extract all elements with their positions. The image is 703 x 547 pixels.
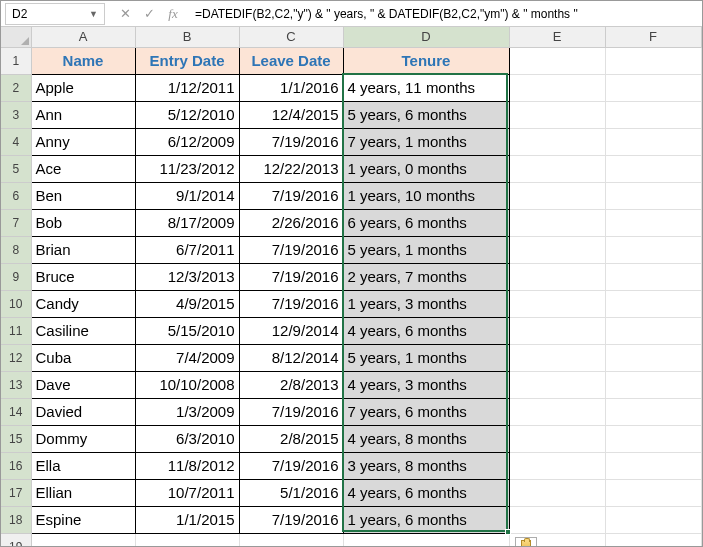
col-head-A[interactable]: A xyxy=(31,27,135,47)
tenure-cell[interactable]: 1 years, 3 months xyxy=(343,290,509,317)
leave-date-cell[interactable]: 1/1/2016 xyxy=(239,74,343,101)
entry-date-cell[interactable]: 11/23/2012 xyxy=(135,155,239,182)
col-head-E[interactable]: E xyxy=(509,27,605,47)
empty-cell[interactable] xyxy=(509,425,605,452)
empty-cell[interactable] xyxy=(509,506,605,533)
entry-date-cell[interactable]: 1/3/2009 xyxy=(135,398,239,425)
empty-cell[interactable] xyxy=(509,317,605,344)
leave-date-cell[interactable]: 7/19/2016 xyxy=(239,128,343,155)
empty-cell[interactable] xyxy=(605,263,701,290)
check-icon[interactable]: ✓ xyxy=(141,6,157,21)
tenure-cell[interactable]: 4 years, 11 months xyxy=(343,74,509,101)
entry-date-cell[interactable]: 9/1/2014 xyxy=(135,182,239,209)
empty-cell[interactable] xyxy=(605,425,701,452)
empty-cell[interactable] xyxy=(509,182,605,209)
entry-date-cell[interactable]: 5/15/2010 xyxy=(135,317,239,344)
tenure-cell[interactable]: 1 years, 6 months xyxy=(343,506,509,533)
empty-cell[interactable] xyxy=(605,236,701,263)
header-cell[interactable]: Entry Date xyxy=(135,47,239,74)
leave-date-cell[interactable]: 5/1/2016 xyxy=(239,479,343,506)
leave-date-cell[interactable]: 7/19/2016 xyxy=(239,506,343,533)
name-cell[interactable]: Espine xyxy=(31,506,135,533)
empty-cell[interactable] xyxy=(509,263,605,290)
name-cell[interactable]: Cuba xyxy=(31,344,135,371)
name-cell[interactable]: Dave xyxy=(31,371,135,398)
tenure-cell[interactable]: 7 years, 1 months xyxy=(343,128,509,155)
empty-cell[interactable] xyxy=(239,533,343,547)
empty-cell[interactable] xyxy=(509,155,605,182)
leave-date-cell[interactable]: 7/19/2016 xyxy=(239,452,343,479)
row-head[interactable]: 17 xyxy=(1,479,31,506)
tenure-cell[interactable]: 5 years, 1 months xyxy=(343,236,509,263)
leave-date-cell[interactable]: 12/9/2014 xyxy=(239,317,343,344)
empty-cell[interactable] xyxy=(605,317,701,344)
row-head[interactable]: 2 xyxy=(1,74,31,101)
header-cell[interactable]: Tenure xyxy=(343,47,509,74)
empty-cell[interactable] xyxy=(605,182,701,209)
row-head[interactable]: 12 xyxy=(1,344,31,371)
tenure-cell[interactable]: 6 years, 6 months xyxy=(343,209,509,236)
row-head[interactable]: 3 xyxy=(1,101,31,128)
empty-cell[interactable] xyxy=(509,290,605,317)
name-box[interactable]: D2 ▼ xyxy=(5,3,105,25)
empty-cell[interactable] xyxy=(509,47,605,74)
entry-date-cell[interactable]: 5/12/2010 xyxy=(135,101,239,128)
name-cell[interactable]: Ben xyxy=(31,182,135,209)
empty-cell[interactable] xyxy=(509,371,605,398)
entry-date-cell[interactable]: 10/7/2011 xyxy=(135,479,239,506)
empty-cell[interactable] xyxy=(605,290,701,317)
row-head[interactable]: 4 xyxy=(1,128,31,155)
empty-cell[interactable] xyxy=(509,101,605,128)
leave-date-cell[interactable]: 7/19/2016 xyxy=(239,290,343,317)
leave-date-cell[interactable]: 7/19/2016 xyxy=(239,236,343,263)
tenure-cell[interactable]: 5 years, 1 months xyxy=(343,344,509,371)
row-head[interactable]: 14 xyxy=(1,398,31,425)
tenure-cell[interactable]: 4 years, 6 months xyxy=(343,479,509,506)
empty-cell[interactable] xyxy=(509,209,605,236)
cancel-icon[interactable]: ✕ xyxy=(117,6,133,21)
leave-date-cell[interactable]: 2/8/2013 xyxy=(239,371,343,398)
name-cell[interactable]: Dommy xyxy=(31,425,135,452)
empty-cell[interactable] xyxy=(509,128,605,155)
name-cell[interactable]: Brian xyxy=(31,236,135,263)
leave-date-cell[interactable]: 12/4/2015 xyxy=(239,101,343,128)
leave-date-cell[interactable]: 12/22/2013 xyxy=(239,155,343,182)
name-cell[interactable]: Davied xyxy=(31,398,135,425)
name-cell[interactable]: Ellian xyxy=(31,479,135,506)
empty-cell[interactable] xyxy=(605,506,701,533)
row-head[interactable]: 9 xyxy=(1,263,31,290)
leave-date-cell[interactable]: 7/19/2016 xyxy=(239,398,343,425)
tenure-cell[interactable]: 1 years, 10 months xyxy=(343,182,509,209)
row-head[interactable]: 18 xyxy=(1,506,31,533)
entry-date-cell[interactable]: 7/4/2009 xyxy=(135,344,239,371)
empty-cell[interactable] xyxy=(605,479,701,506)
entry-date-cell[interactable]: 1/1/2015 xyxy=(135,506,239,533)
select-all-corner[interactable] xyxy=(1,27,31,47)
col-head-B[interactable]: B xyxy=(135,27,239,47)
empty-cell[interactable] xyxy=(605,128,701,155)
name-cell[interactable]: Apple xyxy=(31,74,135,101)
entry-date-cell[interactable]: 6/3/2010 xyxy=(135,425,239,452)
tenure-cell[interactable]: 3 years, 8 months xyxy=(343,452,509,479)
row-head[interactable]: 6 xyxy=(1,182,31,209)
row-head[interactable]: 1 xyxy=(1,47,31,74)
empty-cell[interactable] xyxy=(343,533,509,547)
autofill-options-button[interactable] xyxy=(515,537,537,547)
empty-cell[interactable] xyxy=(605,155,701,182)
row-head[interactable]: 11 xyxy=(1,317,31,344)
leave-date-cell[interactable]: 7/19/2016 xyxy=(239,263,343,290)
name-cell[interactable]: Bruce xyxy=(31,263,135,290)
col-head-F[interactable]: F xyxy=(605,27,701,47)
name-cell[interactable]: Casiline xyxy=(31,317,135,344)
empty-cell[interactable] xyxy=(605,101,701,128)
empty-cell[interactable] xyxy=(509,398,605,425)
empty-cell[interactable] xyxy=(509,74,605,101)
name-cell[interactable]: Bob xyxy=(31,209,135,236)
empty-cell[interactable] xyxy=(605,452,701,479)
empty-cell[interactable] xyxy=(605,533,701,547)
empty-cell[interactable] xyxy=(605,209,701,236)
tenure-cell[interactable]: 4 years, 6 months xyxy=(343,317,509,344)
empty-cell[interactable] xyxy=(509,479,605,506)
row-head[interactable]: 7 xyxy=(1,209,31,236)
empty-cell[interactable] xyxy=(605,398,701,425)
